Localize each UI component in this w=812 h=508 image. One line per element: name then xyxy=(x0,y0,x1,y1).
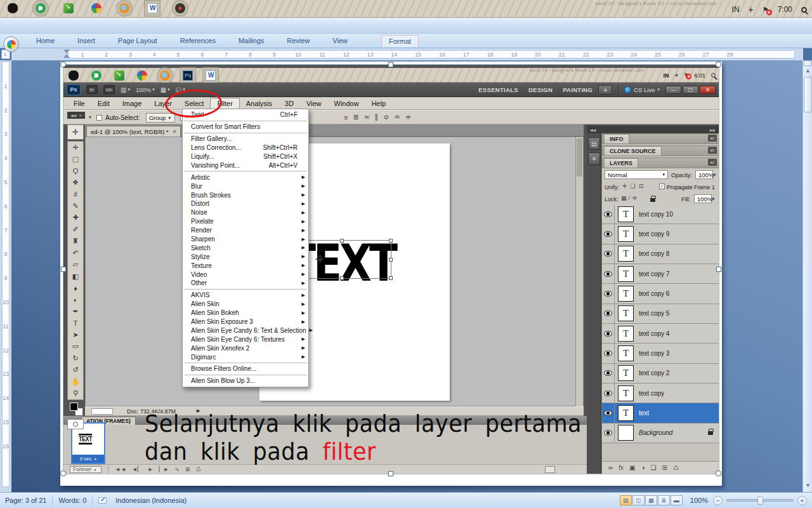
rotate-3d-tool-icon[interactable]: ↻ xyxy=(68,352,83,364)
adjustment-layer-icon[interactable]: ◑ xyxy=(641,464,645,471)
ribbon-tab[interactable]: Insert xyxy=(70,35,102,46)
ribbon-tab[interactable]: Mailings xyxy=(232,35,271,46)
align-left-edges-icon[interactable]: ≡ xyxy=(344,114,348,121)
eyedropper-tool-icon[interactable]: ✎ xyxy=(68,200,83,211)
layer-thumbnail[interactable]: T xyxy=(618,425,634,441)
healing-brush-tool-icon[interactable]: ✚ xyxy=(68,212,83,224)
mini-bridge-button[interactable]: Mb xyxy=(103,85,115,94)
play-icon[interactable]: ► xyxy=(148,466,154,472)
filter-menu-item[interactable]: Render▶ xyxy=(183,226,308,235)
unify-style-icon[interactable]: ⊡ xyxy=(639,183,644,189)
embedded-screenshot-picture[interactable]: karzc'10 - Designer's Room 2.0 - rinzuz.… xyxy=(63,65,719,474)
filter-menu-item[interactable]: Noise▶ xyxy=(183,208,308,217)
scroll-down-icon[interactable]: ▼ xyxy=(803,483,812,488)
ribbon-tab[interactable]: Home xyxy=(29,35,62,46)
lock-pixels-icon[interactable]: ∕ xyxy=(629,195,631,201)
scroll-up-icon[interactable]: ▲ xyxy=(803,68,812,74)
filter-menu-item[interactable]: Browse Filters Online... xyxy=(183,364,308,373)
layer-row[interactable]: T text copy 4 xyxy=(602,324,719,344)
draft-view-icon[interactable]: ▬ xyxy=(671,495,683,505)
visibility-eye-icon[interactable] xyxy=(602,244,615,264)
layer-row[interactable]: T Background xyxy=(602,424,719,443)
picture-handle-bottom-center[interactable] xyxy=(388,471,393,476)
align-right-edges-icon[interactable]: ≍ xyxy=(364,113,370,121)
opacity-value[interactable]: 100% xyxy=(695,170,713,179)
scrollbar-thumb[interactable] xyxy=(804,77,812,112)
path-selection-tool-icon[interactable]: ➤ xyxy=(68,329,83,340)
picture-handle-top-center[interactable] xyxy=(388,62,393,67)
lock-all-icon[interactable] xyxy=(650,198,655,202)
filter-menu-item[interactable]: Pixelate▶ xyxy=(183,217,308,226)
outline-view-icon[interactable]: ≣ xyxy=(658,495,670,505)
unify-position-icon[interactable]: ✛ xyxy=(622,183,627,189)
filter-menu-item[interactable]: Alien Skin▶ xyxy=(183,300,308,309)
pinwheel-icon[interactable] xyxy=(91,3,102,13)
lasso-tool-icon[interactable]: Ϙ xyxy=(68,165,83,177)
menu-item[interactable]: Analysis xyxy=(240,98,278,109)
ps-canvas-area[interactable]: TEXT xyxy=(85,137,584,406)
layer-thumbnail[interactable]: T xyxy=(618,226,634,242)
ribbon-tab[interactable]: Page Layout xyxy=(111,35,164,46)
pen-tool-icon[interactable]: ✒ xyxy=(68,305,83,317)
horizontal-ruler[interactable]: 1234567891011121314151617181920212223242… xyxy=(11,48,803,60)
layer-row[interactable]: T text copy 2 xyxy=(602,364,719,384)
layer-row[interactable]: T text copy 8 xyxy=(602,244,719,264)
zoom-out-button[interactable]: − xyxy=(713,496,723,505)
dart-icon[interactable] xyxy=(175,3,185,13)
bridge-button[interactable]: Br xyxy=(86,85,98,94)
propagate-frame-checkbox[interactable]: ✓ xyxy=(659,184,665,189)
vertical-ruler[interactable]: 12345678910111213141516 xyxy=(0,60,11,492)
layer-row[interactable]: T text copy 5 xyxy=(602,304,719,324)
distribute-center-icon[interactable]: ≎ xyxy=(383,113,389,121)
histogram-panel-icon[interactable]: ▤ xyxy=(588,137,600,150)
layer-thumbnail[interactable]: T xyxy=(618,266,634,282)
layer-style-icon[interactable]: fx xyxy=(619,464,624,471)
menu-item[interactable]: Window xyxy=(328,98,365,109)
visibility-eye-icon[interactable] xyxy=(602,204,615,224)
restore-button[interactable]: ▢ xyxy=(683,86,698,94)
auto-align-icon[interactable]: ≑ xyxy=(405,113,411,121)
panel-menu-icon[interactable]: ▾≡ xyxy=(708,147,717,154)
distribute-bottom-icon[interactable]: ≏ xyxy=(395,113,400,121)
picture-handle-bottom-left[interactable] xyxy=(60,471,66,476)
crop-tool-icon[interactable]: # xyxy=(68,189,83,200)
page-indicator[interactable]: Page: 3 of 21 xyxy=(5,497,46,504)
arrange-documents-button[interactable]: ▦▾ xyxy=(160,86,170,93)
workspace-button[interactable]: ESSENTIALS xyxy=(478,86,518,93)
filter-menu-item[interactable]: Alien Skin Eye Candy 6: Textures▶ xyxy=(183,335,308,344)
layer-row[interactable]: T text copy 7 xyxy=(602,264,719,284)
visibility-eye-icon[interactable] xyxy=(602,324,615,343)
auto-select-checkbox[interactable] xyxy=(96,115,102,121)
word-icon[interactable] xyxy=(147,3,157,13)
layer-thumbnail[interactable]: T xyxy=(618,206,634,222)
workspace-button[interactable]: PAINTING xyxy=(563,86,593,93)
unify-visibility-icon[interactable]: ❏ xyxy=(631,183,636,189)
previous-frame-icon[interactable]: ◄▏ xyxy=(132,466,142,472)
filter-menu-item[interactable]: Alien Skin Exposure 3▶ xyxy=(183,318,308,326)
quick-selection-tool-icon[interactable]: ❖ xyxy=(68,177,83,188)
filter-menu-item[interactable]: Alien Skin Blow Up 3... xyxy=(183,377,308,385)
document-tab[interactable]: ed-1 @ 100% (text, RGB/8) *✕ xyxy=(86,126,181,137)
filter-menu-item[interactable]: Alien Skin Xenofex 2▶ xyxy=(183,344,308,352)
clone-source-panel-header[interactable]: CLONE SOURCE▾≡ xyxy=(602,145,719,156)
tool-dock-header[interactable]: ◀◀✕ xyxy=(67,112,85,119)
picture-handle-top-right[interactable] xyxy=(716,62,721,67)
more-workspaces-button[interactable]: » xyxy=(598,85,612,95)
blend-mode-dropdown[interactable]: Normal▾ xyxy=(605,170,668,179)
tween-icon[interactable]: ∿ xyxy=(174,466,180,472)
firefox-icon[interactable] xyxy=(119,3,129,13)
picture-handle-middle-right[interactable] xyxy=(716,267,721,272)
delete-frame-icon[interactable]: ♺ xyxy=(196,466,201,472)
visibility-eye-icon[interactable] xyxy=(602,284,615,303)
layer-thumbnail[interactable]: T xyxy=(618,405,634,421)
panel-menu-icon[interactable]: ▾≡ xyxy=(708,135,717,142)
masks-panel-icon[interactable]: ⚘ xyxy=(588,152,600,165)
spell-check-icon[interactable] xyxy=(98,497,107,504)
delete-layer-icon[interactable]: ♺ xyxy=(673,464,679,471)
zoom-level-button[interactable]: 100%▾ xyxy=(136,86,155,93)
filter-menu-item[interactable]: Alien Skin Eye Candy 6: Text & Selection… xyxy=(183,326,308,335)
picture-handle-top-left[interactable] xyxy=(60,62,66,67)
duplicate-frame-icon[interactable]: ⊞ xyxy=(185,466,190,472)
close-button[interactable]: ✕ xyxy=(700,86,716,94)
visibility-eye-icon[interactable] xyxy=(602,304,615,323)
